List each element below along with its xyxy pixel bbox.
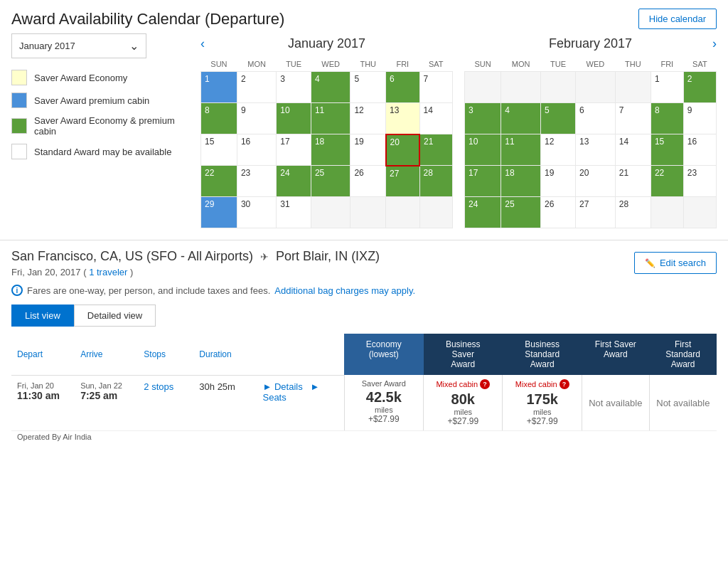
calendar-cell[interactable]: 19 [541,166,576,197]
calendar-cell[interactable]: 21 [419,134,453,166]
calendar-cell[interactable]: 31 [277,197,311,228]
calendar-cell[interactable]: 22 [201,166,237,197]
legend-label-both: Saver Award Economy & premium cabin [34,115,189,137]
calendar-cell[interactable]: 25 [501,197,541,228]
calendar-title: January 2017 [288,36,365,51]
calendar-cell[interactable]: 12 [541,134,576,166]
edit-search-button[interactable]: ✏️ Edit search [634,252,717,274]
calendar-cell[interactable]: 5 [541,103,576,134]
calendar-cell[interactable]: 24 [277,166,311,197]
calendar-cell[interactable]: 15 [201,134,237,166]
calendar-cell[interactable]: 27 [386,166,419,197]
calendar-cell[interactable]: 5 [350,72,386,103]
calendar-cell [575,72,615,103]
calendar-cell[interactable]: 6 [386,72,419,103]
award-economy: Saver Award 42.5k miles +$27.99 [344,375,423,431]
calendar-cell[interactable]: 28 [615,197,651,228]
calendar-cell[interactable]: 17 [465,166,501,197]
calendar-cell[interactable]: 18 [501,166,541,197]
calendar-cell[interactable]: 30 [237,197,276,228]
calendar-cell[interactable]: 23 [683,166,716,197]
calendar-cell[interactable]: 7 [615,103,651,134]
prev-month-button[interactable]: ‹ [200,36,205,51]
calendar-cell[interactable]: 27 [575,197,615,228]
month-selector[interactable]: January 2017 ⌄ [11,33,146,58]
next-month-button[interactable]: › [712,36,717,51]
calendar-cell[interactable]: 10 [465,134,501,166]
calendar-cell[interactable]: 6 [575,103,615,134]
calendar-cell[interactable]: 8 [201,103,237,134]
calendar-cell[interactable]: 10 [277,103,311,134]
calendar-cell [350,197,386,228]
calendar-cell[interactable]: 26 [350,166,386,197]
calendar-cell[interactable]: 20 [575,166,615,197]
col-first-saver-header: First SaverAward [582,334,649,375]
traveler-count-link[interactable]: 1 traveler [89,267,127,277]
calendar-cell[interactable]: 18 [311,134,350,166]
calendar-cell[interactable]: 28 [419,166,453,197]
calendar-cell[interactable]: 16 [683,134,716,166]
col-first-std-header: FirstStandardAward [649,334,717,375]
calendar-cell[interactable]: 4 [311,72,350,103]
calendar-cell[interactable]: 4 [501,103,541,134]
route-arrow-icon: ✈ [260,251,269,263]
hide-calendar-button[interactable]: Hide calendar [638,9,717,29]
award-biz-std: Mixed cabin ? 175k miles +$27.99 [503,375,582,431]
results-table: Depart Arrive Stops Duration Economy(low… [0,334,728,447]
operated-by-row: Operated By Air India [11,431,717,448]
calendar-cell[interactable]: 20 [386,134,419,166]
calendar-cell[interactable]: 11 [501,134,541,166]
calendar-cell [615,72,651,103]
details-link[interactable]: ► Details [262,381,302,392]
calendar-cell[interactable]: 8 [651,103,683,134]
calendar-cell[interactable]: 19 [350,134,386,166]
calendar-cell[interactable]: 29 [201,197,237,228]
legend-label-standard: Standard Award may be available [34,147,171,157]
calendar-cell[interactable]: 7 [419,72,453,103]
award-first-saver: Not available [582,375,649,431]
calendar-cell[interactable]: 22 [651,166,683,197]
calendar-cell[interactable]: 9 [237,103,276,134]
legend: Saver Award Economy Saver Award premium … [11,70,189,159]
calendar-cell [465,72,501,103]
calendar-cell[interactable]: 9 [683,103,716,134]
calendar-cell[interactable]: 25 [311,166,350,197]
col-arrive: Arrive [75,334,138,375]
calendar-cell[interactable]: 14 [419,103,453,134]
legend-item-standard: Standard Award may be available [11,144,189,159]
destination: Port Blair, IN (IXZ) [276,249,380,264]
mixed-cabin-info-icon-2[interactable]: ? [560,379,569,389]
calendar-cell[interactable]: 13 [386,103,419,134]
award-biz-saver: Mixed cabin ? 80k miles +$27.99 [424,375,503,431]
calendar-cell[interactable]: 21 [615,166,651,197]
calendar-cell[interactable]: 12 [350,103,386,134]
calendar-cell[interactable]: 1 [651,72,683,103]
calendar-cell[interactable]: 13 [575,134,615,166]
detailed-view-button[interactable]: Detailed view [74,305,156,327]
search-date: Fri, Jan 20, 2017 [11,267,81,277]
calendar-cell[interactable]: 1 [201,72,237,103]
calendar-cell[interactable]: 15 [651,134,683,166]
calendar-cell[interactable]: 24 [465,197,501,228]
route-info: San Francisco, CA, US (SFO - All Airport… [11,249,380,277]
legend-item-both: Saver Award Economy & premium cabin [11,115,189,137]
arrive-date: Sun, Jan 22 [80,381,132,390]
calendar-cell[interactable]: 2 [683,72,716,103]
bag-charges-link[interactable]: Additional bag charges may apply. [274,285,415,296]
calendar-cell[interactable]: 3 [277,72,311,103]
calendar-cell[interactable]: 16 [237,134,276,166]
calendar-cell[interactable]: 26 [541,197,576,228]
origin: San Francisco, CA, US (SFO - All Airport… [11,249,253,264]
calendar-cell[interactable]: 23 [237,166,276,197]
calendar-cell[interactable]: 17 [277,134,311,166]
mixed-cabin-info-icon[interactable]: ? [480,379,490,389]
calendar-cell[interactable]: 3 [465,103,501,134]
list-view-button[interactable]: List view [11,305,74,327]
arrive-time: 7:25 am [80,390,132,401]
calendar-cell[interactable]: 14 [615,134,651,166]
calendar-cell[interactable]: 2 [237,72,276,103]
calendar-cell [311,197,350,228]
legend-item-premium: Saver Award premium cabin [11,92,189,108]
stops[interactable]: 2 stops [144,381,173,392]
calendar-cell[interactable]: 11 [311,103,350,134]
